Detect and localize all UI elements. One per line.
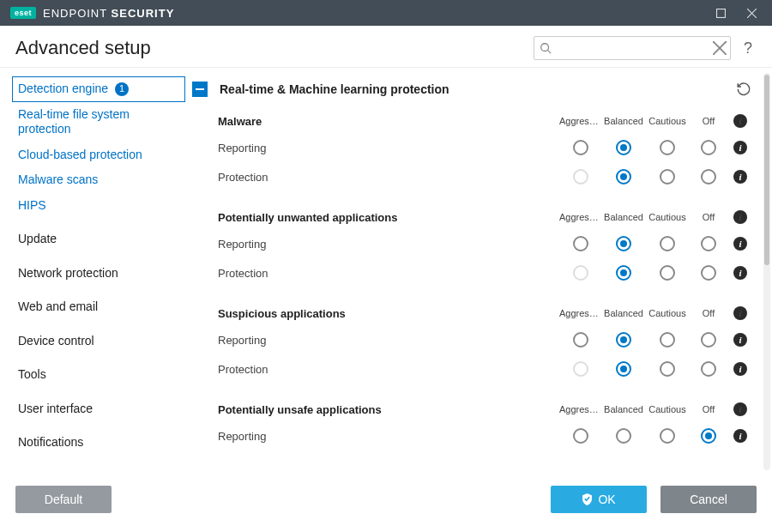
sidebar-item-detection-engine[interactable]: Detection engine1	[12, 76, 185, 102]
radio-cautious[interactable]	[645, 140, 690, 155]
sidebar-item-label: User interface	[18, 402, 93, 417]
info-cell: i	[727, 114, 753, 128]
sidebar-item-hips[interactable]: HIPS	[12, 193, 185, 219]
radio-balanced[interactable]	[602, 332, 645, 348]
radio-off[interactable]	[690, 332, 727, 348]
radio-off[interactable]	[690, 236, 727, 251]
radio-off[interactable]	[690, 428, 727, 444]
info-cell: i	[727, 333, 753, 347]
sidebar-item-update[interactable]: Update	[12, 227, 185, 252]
sidebar-item-network-protection[interactable]: Network protection	[12, 261, 185, 287]
group-title: Potentially unsafe applications	[218, 403, 559, 416]
sidebar-item-device-control[interactable]: Device control	[12, 329, 185, 354]
info-icon[interactable]: i	[733, 362, 747, 376]
sidebar-item-label: Device control	[18, 334, 94, 349]
info-icon[interactable]: i	[733, 141, 747, 154]
radio-aggressive[interactable]	[559, 236, 602, 251]
radio-cautious[interactable]	[645, 169, 690, 184]
shield-icon	[582, 493, 593, 505]
radio-aggressive[interactable]	[559, 140, 602, 155]
scrollbar[interactable]	[763, 73, 770, 470]
col-balanced: Balanced	[602, 116, 645, 126]
column-headers: Aggressi...BalancedCautiousOffi	[559, 210, 753, 224]
setting-row: Reportingi	[189, 325, 757, 354]
radio-balanced[interactable]	[602, 140, 645, 155]
info-icon[interactable]: i	[733, 429, 747, 443]
col-aggressive: Aggressi...	[559, 212, 602, 222]
col-balanced: Balanced	[602, 212, 645, 222]
radio-balanced[interactable]	[602, 428, 645, 444]
radio-off[interactable]	[690, 265, 727, 281]
radio-aggressive[interactable]	[559, 428, 602, 444]
radio-cautious[interactable]	[645, 332, 690, 348]
info-icon[interactable]: i	[733, 210, 747, 224]
radio-cautious[interactable]	[645, 236, 690, 251]
radio-off[interactable]	[690, 140, 727, 155]
sidebar-item-label: Malware scans	[18, 172, 98, 188]
brand-light: ENDPOINT	[43, 7, 107, 20]
column-headers: Aggressi...BalancedCautiousOffi	[559, 114, 753, 128]
row-label: Reporting	[218, 142, 559, 154]
search-field[interactable]	[534, 36, 731, 60]
search-clear-icon[interactable]	[713, 41, 727, 55]
radio-balanced[interactable]	[602, 265, 645, 281]
info-icon[interactable]: i	[733, 266, 747, 280]
radio-aggressive	[559, 265, 602, 281]
settings-scroll[interactable]: Real-time & Machine learning protectionM…	[189, 73, 760, 470]
radio-balanced[interactable]	[602, 361, 645, 377]
window-close-icon[interactable]	[736, 0, 767, 26]
cancel-button[interactable]: Cancel	[660, 486, 757, 513]
sidebar-item-user-interface[interactable]: User interface	[12, 396, 185, 422]
radio-balanced[interactable]	[602, 236, 645, 251]
svg-line-4	[548, 51, 552, 54]
radio-cautious[interactable]	[645, 428, 690, 444]
window-maximize-icon[interactable]	[705, 0, 736, 26]
sidebar-item-label: Real-time file system protection	[18, 107, 179, 137]
info-icon[interactable]: i	[733, 237, 747, 251]
radio-cautious[interactable]	[645, 361, 690, 377]
col-cautious: Cautious	[645, 308, 690, 318]
footer: Default OK Cancel	[0, 475, 772, 523]
column-headers: Aggressi...BalancedCautiousOffi	[559, 402, 753, 416]
scrollbar-thumb[interactable]	[764, 75, 769, 265]
setting-row: Reportingi	[189, 229, 757, 258]
sidebar-item-label: Cloud-based protection	[18, 148, 142, 163]
sidebar-item-label: Update	[18, 232, 57, 247]
default-button[interactable]: Default	[15, 486, 112, 513]
svg-point-3	[541, 44, 549, 51]
radio-balanced[interactable]	[602, 169, 645, 184]
body: Detection engine1Real-time file system p…	[0, 68, 772, 475]
sidebar-item-malware-scans[interactable]: Malware scans	[12, 167, 185, 193]
info-icon[interactable]: i	[733, 402, 747, 416]
sidebar-item-web-and-email[interactable]: Web and email	[12, 294, 185, 320]
radio-aggressive	[559, 361, 602, 377]
col-balanced: Balanced	[602, 404, 645, 414]
sidebar-item-label: Tools	[18, 367, 46, 383]
section-title: Real-time & Machine learning protection	[220, 82, 734, 96]
info-icon[interactable]: i	[733, 333, 747, 347]
collapse-icon[interactable]	[192, 82, 208, 97]
row-label: Reporting	[218, 430, 559, 443]
setting-row: Reportingi	[189, 133, 757, 162]
info-icon[interactable]: i	[733, 114, 747, 128]
info-cell: i	[727, 141, 753, 154]
radio-off[interactable]	[690, 361, 727, 377]
help-icon[interactable]: ?	[739, 39, 757, 57]
info-icon[interactable]: i	[733, 170, 747, 184]
sidebar-item-notifications[interactable]: Notifications	[12, 430, 185, 456]
radio-aggressive[interactable]	[559, 332, 602, 348]
info-cell: i	[727, 170, 753, 184]
sidebar-item-real-time-file-system-protection[interactable]: Real-time file system protection	[12, 102, 185, 142]
sidebar-item-tools[interactable]: Tools	[12, 362, 185, 388]
ok-button[interactable]: OK	[551, 486, 647, 513]
row-label: Reporting	[218, 238, 559, 251]
search-input[interactable]	[534, 37, 730, 59]
col-balanced: Balanced	[602, 308, 645, 318]
radio-cautious[interactable]	[645, 265, 690, 281]
undo-icon[interactable]	[734, 80, 753, 99]
radio-off[interactable]	[690, 169, 727, 184]
setting-row: Reportingi	[189, 421, 757, 450]
sidebar-item-cloud-based-protection[interactable]: Cloud-based protection	[12, 142, 185, 168]
info-icon[interactable]: i	[733, 306, 747, 320]
group-title: Suspicious applications	[218, 307, 559, 320]
